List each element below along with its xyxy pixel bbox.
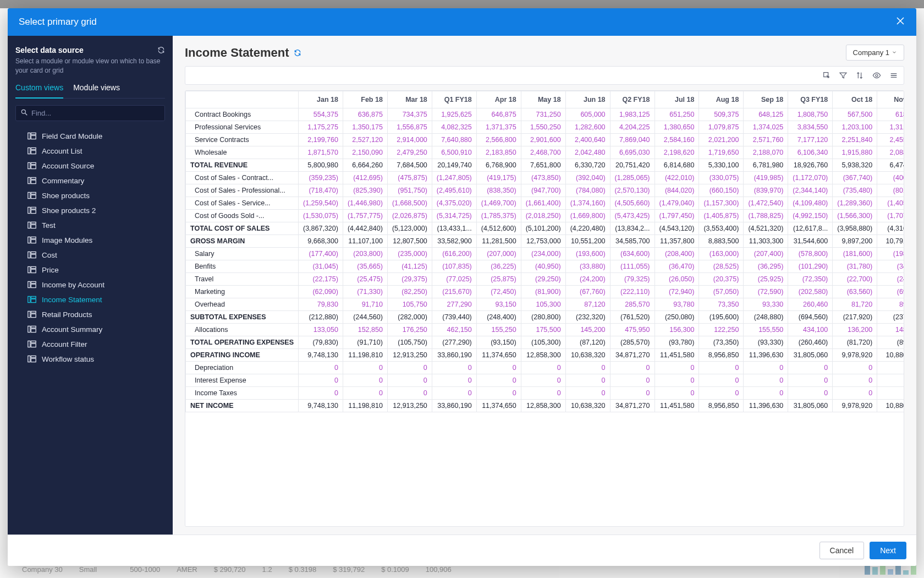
grid-cell[interactable]: 0 <box>299 374 343 387</box>
grid-cell[interactable]: (1,757,775) <box>343 210 387 222</box>
grid-cell[interactable]: (475,875) <box>387 172 432 184</box>
grid-cell[interactable]: (419,175) <box>476 172 521 184</box>
sidebar-item-field-card-module[interactable]: Field Card Module <box>15 129 165 144</box>
grid-cell[interactable]: (93,780) <box>654 336 699 349</box>
grid-cell[interactable]: 6,814,680 <box>654 159 699 172</box>
grid-cell[interactable]: 0 <box>833 362 877 374</box>
grid-cell[interactable]: (105,750) <box>387 336 432 349</box>
grid-cell[interactable]: 6,474,60 <box>877 159 904 172</box>
grid-cell[interactable]: 145,200 <box>565 324 610 336</box>
column-header[interactable]: Sep 18 <box>744 91 788 108</box>
grid-cell[interactable]: (412,695) <box>343 172 387 184</box>
grid-cell[interactable]: 31,544,600 <box>788 235 833 248</box>
grid-cell[interactable]: (28,525) <box>699 260 744 273</box>
tab-custom-views[interactable]: Custom views <box>15 83 63 99</box>
grid-cell[interactable]: (2,026,875) <box>387 210 432 222</box>
grid-cell[interactable]: 0 <box>877 362 904 374</box>
sort-icon[interactable] <box>855 71 864 80</box>
grid-cell[interactable]: 651,250 <box>654 108 699 121</box>
grid-cell[interactable]: 0 <box>343 362 387 374</box>
grid-cell[interactable]: (22,700) <box>833 273 877 286</box>
grid-cell[interactable]: (195,600) <box>699 311 744 324</box>
grid-cell[interactable]: 0 <box>343 374 387 387</box>
grid-cell[interactable]: 2,566,800 <box>476 134 521 146</box>
grid-cell[interactable]: 73,350 <box>699 298 744 311</box>
grid-cell[interactable]: (81,900) <box>521 286 565 298</box>
grid-cell[interactable]: 0 <box>610 387 654 400</box>
grid-cell[interactable]: 155,550 <box>744 324 788 336</box>
sidebar-item-price[interactable]: Price <box>15 263 165 277</box>
menu-icon[interactable] <box>889 71 898 80</box>
grid-cell[interactable]: (367,740) <box>833 172 877 184</box>
grid-cell[interactable]: 0 <box>387 374 432 387</box>
grid-cell[interactable]: (40,950) <box>521 260 565 273</box>
column-header[interactable]: Apr 18 <box>476 91 521 108</box>
grid-cell[interactable]: (801,90 <box>877 184 904 197</box>
close-icon[interactable] <box>895 16 905 28</box>
grid-cell[interactable]: (71,330) <box>343 286 387 298</box>
grid-cell[interactable]: 2,901,600 <box>521 134 565 146</box>
grid-cell[interactable]: (26,050) <box>654 273 699 286</box>
grid-cell[interactable]: (25,925) <box>744 273 788 286</box>
cancel-button[interactable]: Cancel <box>820 542 865 559</box>
grid-cell[interactable]: (29,250) <box>521 273 565 286</box>
grid-cell[interactable]: 1,079,875 <box>699 121 744 134</box>
grid-cell[interactable]: (4,521,320) <box>744 222 788 235</box>
grid-cell[interactable]: 0 <box>476 387 521 400</box>
next-button[interactable]: Next <box>870 542 906 559</box>
column-header[interactable]: Mar 18 <box>387 91 432 108</box>
grid-cell[interactable]: (1,566,300) <box>833 210 877 222</box>
grid-cell[interactable]: (29,375) <box>387 273 432 286</box>
grid-cell[interactable]: 277,290 <box>432 298 476 311</box>
grid-cell[interactable]: (2,495,610) <box>432 184 476 197</box>
grid-cell[interactable]: 1,380,650 <box>654 121 699 134</box>
sidebar-item-income-statement[interactable]: Income Statement <box>15 292 165 307</box>
grid-cell[interactable]: (41,125) <box>387 260 432 273</box>
grid-cell[interactable]: 1,350,175 <box>343 121 387 134</box>
grid-cell[interactable]: 12,913,250 <box>387 400 432 412</box>
grid-cell[interactable]: 152,850 <box>343 324 387 336</box>
grid-cell[interactable]: 20,751,420 <box>610 159 654 172</box>
grid-cell[interactable]: 0 <box>521 362 565 374</box>
grid-cell[interactable]: (57,050) <box>699 286 744 298</box>
grid-cell[interactable]: 0 <box>565 362 610 374</box>
grid-cell[interactable]: (1,785,375) <box>476 210 521 222</box>
grid-cell[interactable]: 12,858,300 <box>521 400 565 412</box>
grid-cell[interactable]: 0 <box>476 362 521 374</box>
grid-cell[interactable]: 0 <box>565 387 610 400</box>
grid-cell[interactable]: 618,75 <box>877 108 904 121</box>
grid-cell[interactable]: (89,10 <box>877 336 904 349</box>
grid-cell[interactable]: (177,400) <box>299 248 343 260</box>
grid-cell[interactable]: (1,469,700) <box>476 197 521 210</box>
grid-cell[interactable]: (208,400) <box>654 248 699 260</box>
grid-cell[interactable]: (232,320) <box>565 311 610 324</box>
grid-cell[interactable]: 4,204,225 <box>610 121 654 134</box>
grid-cell[interactable]: (69,30 <box>877 286 904 298</box>
grid-cell[interactable]: 567,500 <box>833 108 877 121</box>
grid-cell[interactable]: 0 <box>432 362 476 374</box>
grid-cell[interactable]: 9,978,920 <box>833 400 877 412</box>
grid-cell[interactable]: (5,314,725) <box>432 210 476 222</box>
grid-cell[interactable]: 34,871,270 <box>610 400 654 412</box>
grid-cell[interactable]: (1,157,300) <box>699 197 744 210</box>
insert-icon[interactable] <box>822 71 831 80</box>
grid-cell[interactable]: (79,325) <box>610 273 654 286</box>
grid-cell[interactable]: 9,897,200 <box>833 235 877 248</box>
grid-cell[interactable]: 6,768,900 <box>476 159 521 172</box>
grid-cell[interactable]: (1,247,805) <box>432 172 476 184</box>
column-header[interactable]: May 18 <box>521 91 565 108</box>
filter-icon[interactable] <box>839 71 848 80</box>
grid-cell[interactable]: (1,472,540) <box>744 197 788 210</box>
grid-cell[interactable]: (82,250) <box>387 286 432 298</box>
grid-cell[interactable]: (1,707,75 <box>877 210 904 222</box>
grid-cell[interactable]: 0 <box>610 362 654 374</box>
grid-cell[interactable]: (12,617,8... <box>788 222 833 235</box>
grid-cell[interactable]: 0 <box>833 387 877 400</box>
grid-cell[interactable]: 1,371,375 <box>476 121 521 134</box>
grid-cell[interactable]: (838,350) <box>476 184 521 197</box>
grid-cell[interactable]: (578,800) <box>788 248 833 260</box>
grid-cell[interactable]: 646,875 <box>476 108 521 121</box>
grid-cell[interactable]: 0 <box>299 387 343 400</box>
grid-cell[interactable]: 0 <box>387 387 432 400</box>
grid-cell[interactable]: (22,175) <box>299 273 343 286</box>
